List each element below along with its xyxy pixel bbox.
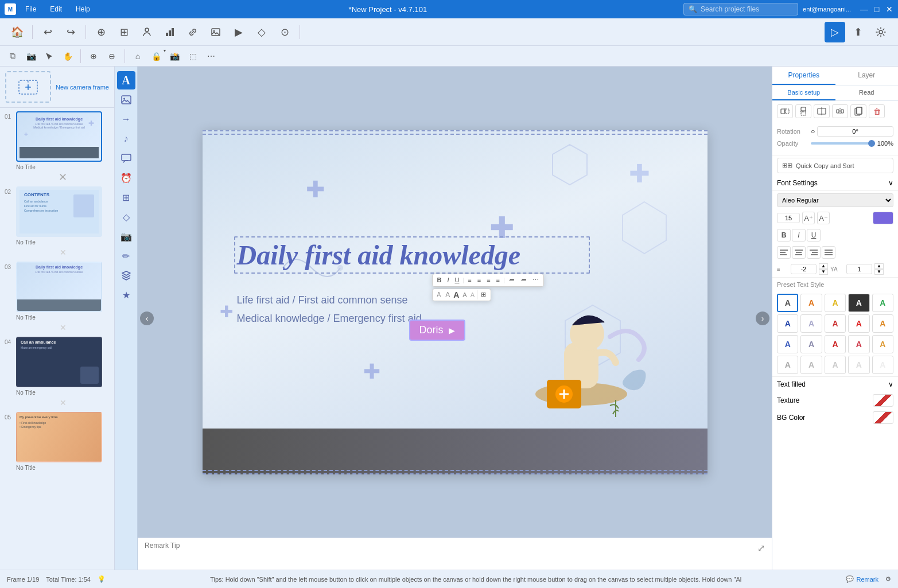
publish-button[interactable]: ⬆ xyxy=(848,22,868,42)
link-button[interactable] xyxy=(182,22,203,42)
font-size-increase-button[interactable]: A⁺ xyxy=(802,212,815,224)
menu-edit[interactable]: Edit xyxy=(48,4,64,14)
fmt-bold[interactable]: B xyxy=(435,275,444,285)
undo-button[interactable]: ↩ xyxy=(37,22,58,42)
shape-button[interactable]: ◇ xyxy=(251,22,272,42)
fmt-list-number[interactable]: ≔ xyxy=(518,275,529,285)
distribute-icon[interactable] xyxy=(832,104,848,118)
bg-color-swatch[interactable] xyxy=(873,411,893,424)
fmt-align-left[interactable]: ≡ xyxy=(465,275,473,285)
slide-thumb-4[interactable]: Call an ambulance Make an emergency call xyxy=(16,337,102,387)
quick-copy-button[interactable]: ⊞⊞ Quick Copy and Sort xyxy=(777,158,893,173)
table-button[interactable]: ⊞ xyxy=(114,22,134,42)
remark-input[interactable] xyxy=(145,542,765,550)
slide-canvas[interactable]: ✚ ✚ ✚ ✚ ✚ xyxy=(203,130,707,474)
menu-help[interactable]: Help xyxy=(73,4,92,14)
select-icon-button[interactable] xyxy=(41,48,57,64)
font-settings-header[interactable]: Font Settings ∨ xyxy=(772,176,898,191)
align-icon[interactable] xyxy=(814,104,830,118)
delete-icon[interactable]: 🗑 xyxy=(869,104,885,118)
settings-status-icon[interactable]: ⚙ xyxy=(885,575,891,583)
fmt-align-right[interactable]: ≡ xyxy=(484,275,492,285)
layers-panel-icon[interactable] xyxy=(117,266,135,285)
text-panel-icon[interactable]: A xyxy=(117,71,135,89)
char-spacing-down[interactable]: ▼ xyxy=(874,269,884,275)
preset-green[interactable]: A xyxy=(872,294,893,312)
fmt-more[interactable]: ⋯ xyxy=(530,275,541,285)
zoom-out-button[interactable]: ⊖ xyxy=(104,48,120,64)
align-left-button[interactable] xyxy=(777,246,791,259)
frame-button[interactable]: ⬚ xyxy=(185,48,201,64)
preset-red[interactable]: A xyxy=(825,314,846,333)
italic-button[interactable]: I xyxy=(792,229,806,242)
canvas-right-arrow[interactable]: › xyxy=(756,311,769,325)
present-button[interactable]: ▷ xyxy=(825,22,845,42)
fmt-align-center[interactable]: ≡ xyxy=(475,275,483,285)
image-button[interactable] xyxy=(205,22,226,42)
align-center-button[interactable] xyxy=(792,246,806,259)
menu-file[interactable]: File xyxy=(23,4,38,14)
title-selection-box[interactable] xyxy=(234,236,590,274)
lock-button[interactable]: 🔒 ▾ xyxy=(148,48,164,64)
preset-graylight5[interactable]: A xyxy=(872,356,893,374)
preset-red2[interactable]: A xyxy=(848,314,869,333)
remark-expand-button[interactable]: ⤢ xyxy=(757,543,765,554)
line-spacing-down[interactable]: ▼ xyxy=(819,269,828,275)
minimize-button[interactable]: — xyxy=(860,5,868,13)
search-bar[interactable]: 🔍 xyxy=(683,3,798,15)
rotation-input[interactable] xyxy=(817,126,893,137)
copy-icon-button[interactable]: ⧉ xyxy=(5,48,21,64)
char-spacing-input[interactable] xyxy=(846,264,872,274)
preset-blue2[interactable]: A xyxy=(777,335,798,353)
tab-layer[interactable]: Layer xyxy=(835,67,899,85)
group-button[interactable]: ⊙ xyxy=(274,22,295,42)
grid-panel-icon[interactable]: ⊞ xyxy=(117,188,135,207)
preset-darkblue[interactable]: A xyxy=(777,314,798,333)
subtab-read[interactable]: Read xyxy=(835,85,899,100)
new-camera-frame-button[interactable]: New camera frame xyxy=(0,67,114,108)
preset-graylight[interactable]: A xyxy=(777,356,798,374)
font-color-swatch[interactable] xyxy=(873,212,893,224)
camera2-button[interactable]: 📸 xyxy=(166,48,182,64)
preset-graylight2[interactable]: A xyxy=(800,356,822,374)
char-spacing-up[interactable]: ▲ xyxy=(874,263,884,269)
font-size-input[interactable] xyxy=(777,213,800,223)
fmt-underline[interactable]: U xyxy=(453,275,462,285)
slide-thumb-3[interactable]: Daily first aid knowledge Life first aid… xyxy=(16,262,102,312)
line-spacing-input[interactable] xyxy=(791,264,817,274)
preset-orange3[interactable]: A xyxy=(872,335,893,353)
image-panel-icon[interactable] xyxy=(117,91,135,109)
align-right-button[interactable] xyxy=(807,246,821,259)
star-panel-icon[interactable]: ★ xyxy=(117,286,135,304)
camera-icon-button[interactable]: 📷 xyxy=(23,48,39,64)
preset-red3[interactable]: A xyxy=(825,335,846,353)
search-input[interactable] xyxy=(701,5,792,13)
photo-panel-icon[interactable]: 📷 xyxy=(117,227,135,246)
maximize-button[interactable]: □ xyxy=(873,5,881,13)
texture-swatch[interactable] xyxy=(873,394,893,407)
add-button[interactable]: ⊕ xyxy=(91,22,111,42)
preset-gray2[interactable]: A xyxy=(800,335,822,353)
shape-panel-icon[interactable]: ◇ xyxy=(117,208,135,226)
slide-thumb-5[interactable]: My preventive every time • First aid kno… xyxy=(16,412,102,462)
slide-name-box[interactable]: Doris ▶ xyxy=(409,320,465,341)
flip-h-icon[interactable] xyxy=(777,104,793,118)
settings-icon-button[interactable] xyxy=(870,22,891,42)
home-button[interactable]: 🏠 xyxy=(7,22,28,42)
text-filled-chevron[interactable]: ∨ xyxy=(888,380,893,388)
more-button[interactable]: ⋯ xyxy=(203,48,219,64)
preset-red4[interactable]: A xyxy=(848,335,869,353)
preset-graylight3[interactable]: A xyxy=(825,356,846,374)
fmt-list-bullet[interactable]: ≔ xyxy=(506,275,517,285)
preset-orange2[interactable]: A xyxy=(872,314,893,333)
font-size-decrease-button[interactable]: A⁻ xyxy=(817,212,830,224)
underline-button[interactable]: U xyxy=(807,229,821,242)
brush-panel-icon[interactable]: ✏ xyxy=(117,247,135,265)
fmt-italic[interactable]: I xyxy=(445,275,451,285)
zoom-in-button[interactable]: ⊕ xyxy=(85,48,102,64)
slide-thumb-2[interactable]: CONTENTS Call an ambulanceFirst aid for … xyxy=(16,186,102,237)
preset-black[interactable]: A xyxy=(848,294,869,312)
preset-normal[interactable]: A xyxy=(777,294,798,312)
redo-button[interactable]: ↪ xyxy=(60,22,81,42)
clock-panel-icon[interactable]: ⏰ xyxy=(117,169,135,187)
